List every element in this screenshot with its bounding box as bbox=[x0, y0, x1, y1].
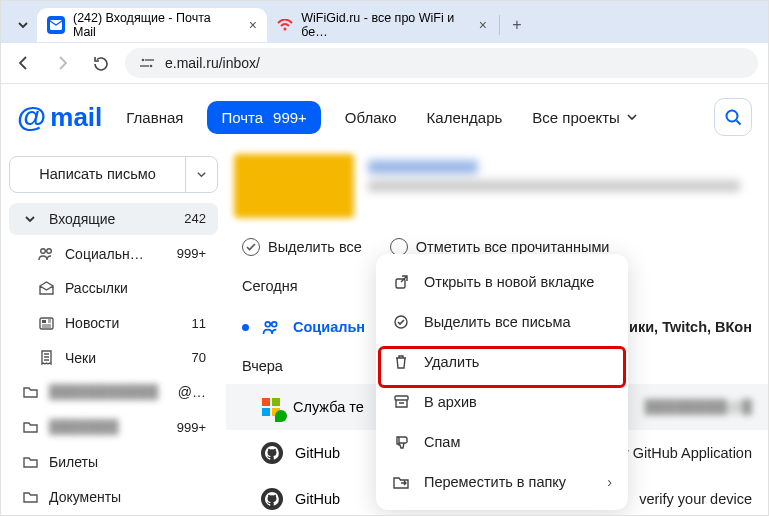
ctx-label: Открыть в новой вкладке bbox=[424, 274, 594, 290]
ctx-move-to-folder[interactable]: Переместить в папку › bbox=[376, 462, 628, 502]
svg-point-7 bbox=[41, 248, 46, 253]
sidebar-item-count: 11 bbox=[192, 316, 206, 331]
nav-calendar[interactable]: Календарь bbox=[421, 105, 509, 130]
ctx-label: Удалить bbox=[424, 354, 479, 370]
sidebar-item-receipts[interactable]: Чеки 70 bbox=[9, 341, 218, 374]
receipt-icon bbox=[37, 350, 55, 365]
mail-envelope-icon bbox=[47, 16, 65, 34]
mark-read-label: Отметить все прочитанными bbox=[416, 239, 610, 255]
chevron-down-icon bbox=[196, 169, 207, 180]
nav-cloud[interactable]: Облако bbox=[339, 105, 403, 130]
browser-tab-wifigid[interactable]: WiFiGid.ru - все про WiFi и бе… × bbox=[267, 8, 497, 42]
folder-move-icon bbox=[392, 476, 410, 489]
browser-tab-strip: (242) Входящие - Почта Mail × WiFiGid.ru… bbox=[1, 1, 768, 43]
shield-verified-icon bbox=[275, 410, 287, 422]
envelope-open-icon bbox=[37, 281, 55, 295]
sidebar-item-count: 999+ bbox=[177, 420, 206, 435]
ad-banner[interactable] bbox=[234, 154, 760, 218]
ctx-label: Переместить в папку bbox=[424, 474, 566, 490]
folder-icon bbox=[21, 456, 39, 468]
folder-icon bbox=[21, 491, 39, 503]
tab-dropdown[interactable] bbox=[9, 10, 37, 40]
svg-point-8 bbox=[47, 248, 52, 253]
ad-image bbox=[234, 154, 354, 218]
sidebar-item-label: ███████ bbox=[49, 419, 167, 435]
sidebar-item-label: Входящие bbox=[49, 211, 174, 227]
nav-mail-label: Почта bbox=[221, 109, 263, 126]
sidebar-item-suffix: @… bbox=[178, 384, 206, 400]
mail-logo[interactable]: @ mail bbox=[17, 102, 102, 133]
nav-mail[interactable]: Почта 999+ bbox=[207, 101, 320, 134]
tab-title: (242) Входящие - Почта Mail bbox=[73, 11, 237, 39]
compose-button[interactable]: Написать письмо bbox=[9, 156, 218, 193]
svg-point-6 bbox=[727, 111, 738, 122]
wifi-icon bbox=[277, 16, 293, 34]
browser-tab-mail[interactable]: (242) Входящие - Почта Mail × bbox=[37, 8, 267, 42]
chevron-down-icon bbox=[21, 213, 39, 225]
chevron-down-icon bbox=[626, 111, 638, 123]
sidebar-item-tickets[interactable]: Билеты bbox=[9, 446, 218, 479]
check-circle-icon bbox=[242, 238, 260, 256]
sidebar-item-newsletters[interactable]: Рассылки bbox=[9, 272, 218, 305]
forward-button[interactable] bbox=[49, 50, 75, 76]
nav-mail-count: 999+ bbox=[273, 109, 307, 126]
svg-rect-10 bbox=[42, 320, 46, 323]
search-icon bbox=[724, 108, 742, 126]
sidebar-item-folder[interactable]: ███████ 999+ bbox=[9, 411, 218, 444]
reload-button[interactable] bbox=[87, 50, 113, 76]
svg-rect-13 bbox=[396, 279, 405, 288]
people-icon bbox=[261, 320, 281, 335]
browser-address-bar: e.mail.ru/inbox/ bbox=[1, 43, 768, 84]
select-all-button[interactable]: Выделить все bbox=[242, 238, 362, 256]
logo-text: mail bbox=[50, 102, 102, 133]
nav-projects[interactable]: Все проекты bbox=[526, 105, 644, 130]
external-icon bbox=[392, 275, 410, 290]
ctx-open-new-tab[interactable]: Открыть в новой вкладке bbox=[376, 262, 628, 302]
ctx-spam[interactable]: Спам bbox=[376, 422, 628, 462]
svg-point-4 bbox=[150, 65, 153, 68]
ad-text bbox=[368, 154, 760, 218]
new-tab-button[interactable]: + bbox=[502, 10, 532, 40]
url-input[interactable]: e.mail.ru/inbox/ bbox=[125, 48, 758, 78]
trash-icon bbox=[392, 354, 410, 370]
ctx-select-all[interactable]: Выделить все письма bbox=[376, 302, 628, 342]
compose-dropdown[interactable] bbox=[185, 157, 217, 192]
sidebar-item-news[interactable]: Новости 11 bbox=[9, 307, 218, 340]
thumbs-down-icon bbox=[392, 435, 410, 450]
close-icon[interactable]: × bbox=[249, 17, 257, 33]
ctx-delete[interactable]: Удалить bbox=[376, 342, 628, 382]
sidebar-item-label: Документы bbox=[49, 489, 206, 505]
people-icon bbox=[37, 247, 55, 261]
select-all-label: Выделить все bbox=[268, 239, 362, 255]
search-button[interactable] bbox=[714, 98, 752, 136]
svg-point-1 bbox=[284, 28, 287, 31]
url-text: e.mail.ru/inbox/ bbox=[165, 55, 260, 71]
ctx-label: Спам bbox=[424, 434, 460, 450]
svg-rect-15 bbox=[395, 396, 408, 400]
sidebar-item-folder[interactable]: ███████████ @… bbox=[9, 376, 218, 409]
ctx-label: В архив bbox=[424, 394, 477, 410]
github-icon bbox=[261, 488, 283, 510]
sidebar-item-documents[interactable]: Документы bbox=[9, 480, 218, 513]
tab-title: WiFiGid.ru - все про WiFi и бе… bbox=[301, 11, 467, 39]
message-list-area: Выделить все Отметить все прочитанными С… bbox=[226, 150, 768, 516]
nav-home[interactable]: Главная bbox=[120, 105, 189, 130]
sidebar-item-social[interactable]: Социальн… 999+ bbox=[9, 237, 218, 270]
back-button[interactable] bbox=[11, 50, 37, 76]
sidebar-item-label: Рассылки bbox=[65, 280, 206, 296]
tab-separator bbox=[499, 15, 500, 35]
context-menu: Открыть в новой вкладке Выделить все пис… bbox=[376, 254, 628, 510]
close-icon[interactable]: × bbox=[479, 17, 487, 33]
microsoft-icon bbox=[261, 398, 281, 416]
svg-rect-3 bbox=[145, 59, 154, 60]
nav-projects-label: Все проекты bbox=[532, 109, 620, 126]
sidebar-item-inbox[interactable]: Входящие 242 bbox=[9, 203, 218, 236]
select-all-icon bbox=[392, 314, 410, 330]
sidebar-item-count: 70 bbox=[192, 350, 206, 365]
folder-icon bbox=[21, 421, 39, 433]
site-controls-icon[interactable] bbox=[139, 57, 155, 69]
archive-icon bbox=[392, 395, 410, 409]
svg-point-12 bbox=[272, 321, 277, 326]
ctx-archive[interactable]: В архив bbox=[376, 382, 628, 422]
sidebar-item-count: 242 bbox=[184, 211, 206, 226]
